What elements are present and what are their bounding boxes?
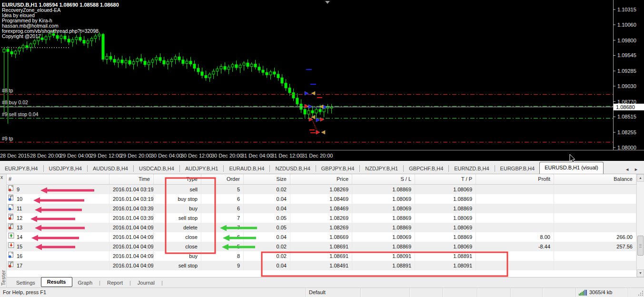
cell-type: close (154, 242, 201, 251)
order-icon-doc-buy-pending (8, 194, 14, 204)
cell-number: 17 (7, 261, 109, 270)
price-tick-label: 1.08255 (617, 129, 636, 135)
cell-balance (554, 261, 636, 270)
tab-scroll-left-icon[interactable]: ◄ (625, 167, 629, 172)
cell-order: 6 (201, 204, 244, 213)
time-axis-label: 31 Dec 12:00 (271, 153, 302, 158)
cell-balance: 257.56 (554, 242, 636, 251)
tab-settings[interactable]: Settings (10, 278, 41, 287)
ea-info-line: Copyright @2017 (2, 33, 41, 39)
cell-price: 1.08269 (290, 185, 352, 194)
tab-graph[interactable]: Graph (72, 278, 99, 287)
status-empty-cell (511, 288, 543, 297)
cell-order: 7 (201, 213, 244, 223)
tester-panel: x Tester #TimeTypeOrderSizePriceS / LT /… (0, 174, 644, 287)
order-level-label: #8 buy 0.02 (2, 99, 28, 105)
table-row[interactable]: 162016.01.04 04:09buy80.021.086911.08091… (7, 251, 636, 261)
status-empty-cell (410, 288, 443, 297)
chart-tab-nzdjpy-b-h1[interactable]: NZDJPY.B,H1 (360, 164, 403, 174)
chart-panel[interactable]: #8 tp#8 buy 0.02#9 sell stop 0.04#9 tp1.… (0, 0, 644, 150)
chart-tab-gbpchf-b-h4[interactable]: GBPCHF.B,H4 (404, 164, 448, 174)
status-connection: 3065/4 kb (576, 288, 628, 297)
order-icon-close-down (8, 242, 14, 251)
column-header-#: # (7, 174, 109, 184)
cell-size: 0.05 (244, 213, 290, 223)
chart-tab-usdjpy-b-h4[interactable]: USDJPY.B,H4 (44, 164, 87, 174)
tab-results[interactable]: Results (41, 277, 72, 287)
cell-sl: 1.08869 (352, 242, 415, 251)
table-row[interactable]: 142016.01.04 04:09close60.041.086691.080… (7, 232, 636, 242)
tab-separator (133, 165, 134, 172)
cell-balance (554, 213, 636, 223)
table-row[interactable]: 172016.01.04 04:09sell stop90.041.084911… (7, 261, 636, 270)
scroll-up-icon[interactable]: ▲ (637, 174, 644, 182)
cell-order: 7 (201, 223, 244, 232)
cell-tp: 1.08869 (415, 232, 476, 242)
time-axis-label: 31 Dec 04:00 (241, 153, 272, 158)
cell-size: 0.02 (244, 242, 290, 251)
cell-balance (554, 204, 636, 213)
table-row[interactable]: 102016.01.04 03:19buy stop60.041.084691.… (7, 194, 636, 204)
table-row[interactable]: 112016.01.04 03:39buy60.041.084691.08069… (7, 204, 636, 213)
pending-price-dash (310, 84, 316, 85)
cell-tp: 1.08869 (415, 194, 476, 204)
time-axis-label: 30 Dec 04:00 (151, 153, 182, 158)
tab-separator (269, 165, 270, 172)
tab-separator: | (129, 280, 132, 286)
cell-sl: 1.08069 (352, 194, 415, 204)
chart-tab-euraud-b-h4[interactable]: EURAUD.B,H4 (224, 164, 269, 174)
candlestick-chart: #8 tp#8 buy 0.02#9 sell stop 0.04#9 tp1.… (0, 0, 644, 150)
chart-tab-eurusd-b-h1-visual-[interactable]: EURUSD.B,H1 (visual) (539, 162, 603, 174)
status-empty-cell (361, 288, 410, 297)
cell-type: buy (154, 251, 201, 261)
time-axis-label: 28 Dec 2015 (0, 153, 30, 158)
close-icon[interactable]: x (0, 175, 3, 180)
cell-order: 5 (201, 185, 244, 194)
chart-tab-eurnzd-b-h4[interactable]: EURNZD.B,H4 (449, 164, 494, 174)
status-empty-cell (477, 288, 511, 297)
chart-tab-eurgbp-b-h4[interactable]: EURGBP.B,H4 (495, 164, 540, 174)
chart-tab-eurjpy-b-h4[interactable]: EURJPY.B,H4 (0, 164, 43, 174)
cell-time: 2016.01.04 03:39 (109, 204, 154, 213)
time-axis-label: 28 Dec 20:00 (30, 153, 61, 158)
tab-separator (223, 165, 224, 172)
cell-tp: 1.08069 (415, 242, 476, 251)
scroll-down-icon[interactable]: ▼ (637, 269, 644, 277)
cell-time: 2016.01.04 04:09 (109, 261, 154, 270)
cell-profit (476, 213, 554, 223)
cell-price: 1.08469 (290, 194, 352, 204)
cell-profit (476, 204, 554, 213)
chart-tab-gbpjpy-b-h4[interactable]: GBPJPY.B,H4 (317, 164, 359, 174)
cell-number: 12 (7, 213, 109, 223)
table-row[interactable]: 132016.01.04 04:09delete70.051.082691.08… (7, 223, 636, 232)
tab-separator (316, 165, 316, 172)
cell-price: 1.08491 (290, 261, 352, 270)
vertical-scrollbar[interactable]: ▲ ▼ (636, 174, 644, 277)
cell-profit (476, 194, 554, 204)
cell-size: 0.05 (244, 223, 290, 232)
tab-scroll-right-icon[interactable]: ► (634, 167, 638, 172)
cell-sl: 1.08891 (352, 261, 415, 270)
table-row[interactable]: 92016.01.04 03:19sell50.021.082691.08869… (7, 185, 636, 194)
table-row[interactable]: 122016.01.04 03:39sell stop70.051.082691… (7, 213, 636, 223)
cell-sl: 1.08869 (352, 213, 415, 223)
cell-number: 16 (7, 251, 109, 261)
order-icon-doc-sell-pending (8, 213, 14, 223)
table-row[interactable]: 152016.01.04 04:09close50.021.086911.088… (7, 242, 636, 251)
chart-tab-audusd-b-h4[interactable]: AUDUSD.B,H4 (88, 164, 133, 174)
tab-report[interactable]: Report (101, 278, 129, 287)
cell-price: 1.08691 (290, 242, 352, 251)
cell-order: 6 (201, 232, 244, 242)
chart-tab-nzdusd-b-h4[interactable]: NZDUSD.B,H4 (270, 164, 315, 174)
stop-price-dash (317, 97, 322, 98)
column-header-type: Type (154, 174, 201, 184)
cell-size: 0.04 (244, 204, 290, 213)
cell-sl: 1.08069 (352, 232, 415, 242)
cell-tp: 1.08091 (415, 261, 476, 270)
cell-size: 0.02 (244, 185, 290, 194)
tab-journal[interactable]: Journal (132, 278, 160, 287)
scrollbar-thumb[interactable] (637, 236, 644, 256)
time-axis-label: 30 Dec 20:00 (211, 153, 242, 158)
chart-tab-usdcad-b-h4[interactable]: USDCAD.B,H4 (134, 164, 179, 174)
chart-tab-audjpy-b-h1[interactable]: AUDJPY.B,H1 (180, 164, 223, 174)
